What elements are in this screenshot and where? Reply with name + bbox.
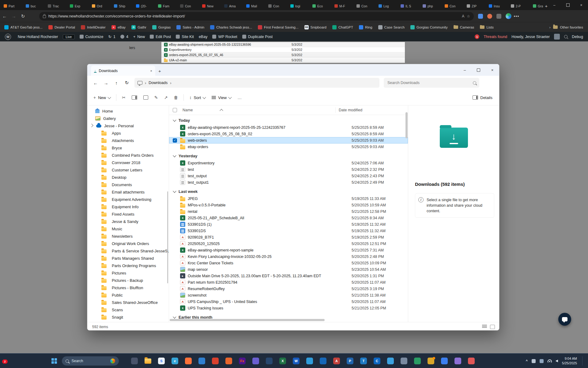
bookmark-ebay[interactable]: eeBay [111, 25, 126, 29]
file-row-outside-main-drive-5-20-2025-11-23-00am-[interactable]: Outside Main Drive 5-20-2025, 11.23.00am… [169, 273, 408, 279]
bookmark-case-search[interactable]: Case Search [378, 25, 405, 29]
taskbar-app-icon-5[interactable] [252, 358, 259, 365]
taskbar-snagit[interactable]: S [158, 358, 165, 365]
wp-search-icon[interactable] [564, 35, 567, 38]
file-row-test[interactable]: test5/24/2025 2:32 PM [169, 166, 408, 173]
howdy-label[interactable]: Howdy, Jesse Straeter [511, 35, 550, 39]
wp-item-4[interactable]: 4 [120, 35, 128, 39]
file-row-ebay-awaiting-shipment-report-sample[interactable]: eBay-awaiting-shipment-report-sample5/21… [169, 247, 408, 253]
chat-widget-button[interactable] [558, 313, 571, 326]
file-row-9209028-b7f1[interactable]: 9209028_B7F15/19/2025 2:59 PM [169, 234, 408, 240]
browser-tab-il-s[interactable]: IL S [399, 2, 421, 10]
browser-tab-m-f[interactable]: M-F [333, 2, 355, 10]
file-row-ebay-orders[interactable]: ebay-orders5/25/2025 9:03 AM [169, 144, 408, 150]
taskbar-app-icon-9[interactable]: P [347, 358, 354, 365]
maximize-button[interactable] [472, 64, 485, 76]
sort-button[interactable]: ↕ Sort [186, 92, 209, 103]
wp-item-1[interactable]: ↻1 [108, 34, 115, 39]
group-header-today[interactable]: Today [169, 116, 408, 124]
share-button[interactable]: ↗ [161, 92, 171, 103]
browser-tab-ama[interactable]: Ama [222, 2, 244, 10]
tab-close-icon[interactable]: × [150, 69, 152, 73]
taskbar-app-icon-15[interactable] [428, 358, 435, 365]
file-row-2025-05-21-abp-scheduleb-all[interactable]: 2025-05-21_ABP_ScheduleB_All5/21/2025 8:… [169, 215, 408, 221]
wp-item-edit-post[interactable]: Edit Post [150, 35, 171, 39]
wp-item-live[interactable]: Live [63, 34, 74, 39]
sidebar-item-pictures[interactable]: Pictures [87, 269, 169, 277]
bookmark-lists[interactable]: Lists [480, 25, 494, 29]
bookmark-ring[interactable]: Ring [359, 25, 372, 29]
new-button[interactable]: + New [90, 92, 114, 103]
explorer-new-tab-button[interactable]: + [158, 68, 161, 74]
browser-tab-logi[interactable]: logi [288, 2, 311, 10]
new-tab-button[interactable]: + [545, 3, 548, 9]
column-header-name[interactable]: Name [180, 108, 335, 112]
scrollbar-thumb[interactable] [170, 319, 325, 321]
volume-icon[interactable] [556, 360, 558, 362]
sidebar-item-snagit[interactable]: Snagit [87, 313, 169, 321]
browser-tab-part[interactable]: Part [2, 2, 24, 10]
view-button[interactable]: View [209, 92, 234, 103]
up-icon[interactable]: ↑ [111, 80, 122, 86]
bookmark-snipboard[interactable]: SBSnipboard [304, 25, 326, 29]
sidebar-item-bryce[interactable]: Bryce [87, 144, 169, 151]
sidebar-item-combined-parts-orders[interactable]: Combined Parts Orders [87, 151, 169, 159]
file-row-screenshot[interactable]: screenshot5/21/2025 11:38 AM [169, 292, 408, 298]
group-header-last-week[interactable]: Last week [169, 187, 408, 195]
sidebar-item-pictures-backup[interactable]: Pictures - Backup [87, 277, 169, 284]
browser-tab-con[interactable]: Con [355, 2, 377, 10]
sidebar-item-jesse-sandy[interactable]: Jesse & Sandy [87, 218, 169, 225]
group-header-yesterday[interactable]: Yesterday [169, 152, 408, 160]
bookmarks-overflow-chevron[interactable]: › [549, 25, 551, 29]
sidebar-item-attachments[interactable]: Attachments [87, 137, 169, 144]
url-bar[interactable]: https://www.newhollandrochester.com/ecom… [39, 12, 474, 21]
close-button[interactable]: × [575, 0, 588, 10]
delete-button[interactable]: 🗑︎ [171, 92, 181, 103]
taskbar-app-icon-16[interactable] [441, 358, 448, 365]
explorer-tab-downloads[interactable]: ↓ Downloads × [91, 66, 155, 76]
taskbar-search[interactable]: Search [62, 356, 119, 366]
bookmark-at-t-geotab-jess[interactable]: AT&T GeoTab jess... [4, 25, 43, 29]
extensions-puzzle-icon[interactable] [496, 14, 501, 19]
minimize-button[interactable]: – [458, 64, 472, 76]
sidebar-item-music[interactable]: Music [87, 225, 169, 232]
cut-button[interactable]: ✂ [119, 92, 129, 103]
search-icon[interactable] [473, 81, 476, 85]
maximize-button[interactable] [561, 0, 575, 10]
sidebar-item-parts-managers-shared[interactable]: Parts Managers Shared [87, 255, 169, 262]
settings-menu-icon[interactable] [516, 16, 517, 17]
file-row-rental[interactable]: rental5/21/2025 12:58 PM [169, 208, 408, 215]
file-row-kevin-flory-landscaping-invoice-10332-05[interactable]: Kevin Flory Landscaping-Invoice-10332-05… [169, 253, 408, 260]
url-text[interactable]: https://www.newhollandrochester.com/ecom… [48, 14, 459, 18]
file-row-ups-tracking-issues[interactable]: UPS Tracking Issues5/21/2025 12:05 PM [169, 305, 408, 311]
profile-avatar[interactable] [506, 13, 511, 19]
sidebar-item-jesse-personal[interactable]: Jesse - Personal [87, 122, 169, 129]
sidebar-item-equipment-advertising[interactable]: Equipment Advertising [87, 196, 169, 203]
taskbar-app-icon-2[interactable] [198, 358, 205, 365]
file-row-test-output1[interactable]: test_output15/24/2025 2:49 PM [169, 179, 408, 186]
refresh-icon[interactable]: ↻ [18, 13, 28, 19]
sidebar-item-equipment-info[interactable]: Equipment Info [87, 203, 169, 210]
bookmark-gathr[interactable]: GGathr [131, 25, 146, 29]
extension-icon-2[interactable] [487, 14, 492, 19]
browser-tab-insu[interactable]: Insu [487, 2, 509, 10]
bookmark-charles-schwab-jess[interactable]: Charles Schwab jess... [210, 25, 252, 29]
browser-tab-con[interactable]: Con [178, 2, 200, 10]
bookmark-cameras[interactable]: Cameras [454, 25, 474, 29]
file-row-exportinventory[interactable]: ExportInventory5/24/2025 7:06 AM [169, 160, 408, 166]
forward-icon[interactable]: → [101, 80, 111, 86]
browser-tab-zip[interactable]: ZIP [465, 2, 487, 10]
taskbar-app-icon-6[interactable] [266, 358, 273, 365]
column-header-date-modified[interactable]: Date modified [335, 107, 392, 113]
vertical-scrollbar[interactable] [405, 106, 408, 321]
sidebar-item-parts-service-shared-jessesurfacela[interactable]: Parts & Service Shared-JesseSurfaceLa [87, 247, 169, 255]
taskbar-app-icon-1[interactable] [131, 358, 138, 365]
explorer-title-bar[interactable]: ↓ Downloads × + – × [87, 64, 499, 76]
sidebar-item-public[interactable]: Public [87, 291, 169, 299]
browser-tab-buc[interactable]: buc [24, 2, 46, 10]
horizontal-scrollbar[interactable] [170, 319, 404, 321]
hidden-icons-chevron[interactable]: ^ [526, 359, 528, 363]
breadcrumb-downloads[interactable]: Downloads [149, 81, 168, 85]
sidebar-scrollbar[interactable] [167, 191, 168, 283]
browser-tab-20[interactable]: (20- [134, 2, 156, 10]
